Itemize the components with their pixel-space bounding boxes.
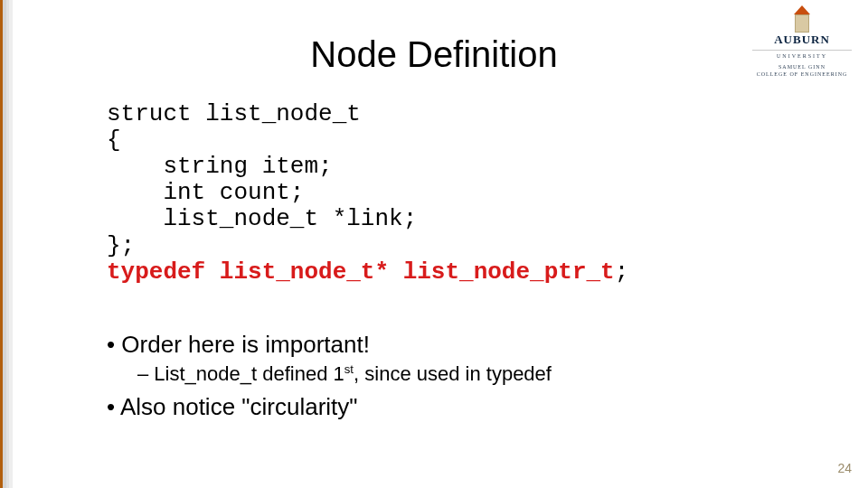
logo-college-text: SAMUEL GINN COLLEGE OF ENGINEERING [752, 64, 852, 79]
code-line-4: int count; [107, 179, 304, 206]
slide: Node Definition AUBURN UNIVERSITY SAMUEL… [0, 0, 868, 488]
logo-college-line2: COLLEGE OF ENGINEERING [757, 71, 848, 77]
bullet-2: Also notice "circularity" [107, 393, 552, 421]
tower-icon [794, 5, 810, 31]
code-line-1: struct list_node_t [107, 100, 361, 127]
bullet-1-sub-sup: st [344, 362, 354, 376]
page-number: 24 [837, 461, 852, 475]
bullet-list: Order here is important! List_node_t def… [107, 331, 552, 425]
bullet-1-sub-post: , since used in typedef [354, 362, 552, 385]
logo-sub-text: UNIVERSITY [752, 50, 852, 59]
logo-main-text: AUBURN [752, 33, 852, 47]
code-block: struct list_node_t { string item; int co… [107, 101, 628, 286]
bullet-1: Order here is important! [107, 331, 552, 359]
bullet-1-sub: List_node_t defined 1st, since used in t… [137, 362, 552, 386]
university-logo: AUBURN UNIVERSITY SAMUEL GINN COLLEGE OF… [752, 5, 852, 79]
code-line-6: }; [107, 232, 135, 259]
code-line-2: { [107, 127, 121, 154]
bullet-1-sub-pre: List_node_t defined 1 [154, 362, 344, 385]
code-typedef-semicolon: ; [615, 258, 629, 286]
code-line-5: list_node_t *link; [107, 205, 417, 232]
logo-college-line1: SAMUEL GINN [778, 64, 826, 70]
code-line-3: string item; [107, 153, 333, 180]
code-line-typedef: typedef list_node_t* list_node_ptr_t [107, 258, 615, 286]
slide-title: Node Definition [0, 34, 868, 75]
